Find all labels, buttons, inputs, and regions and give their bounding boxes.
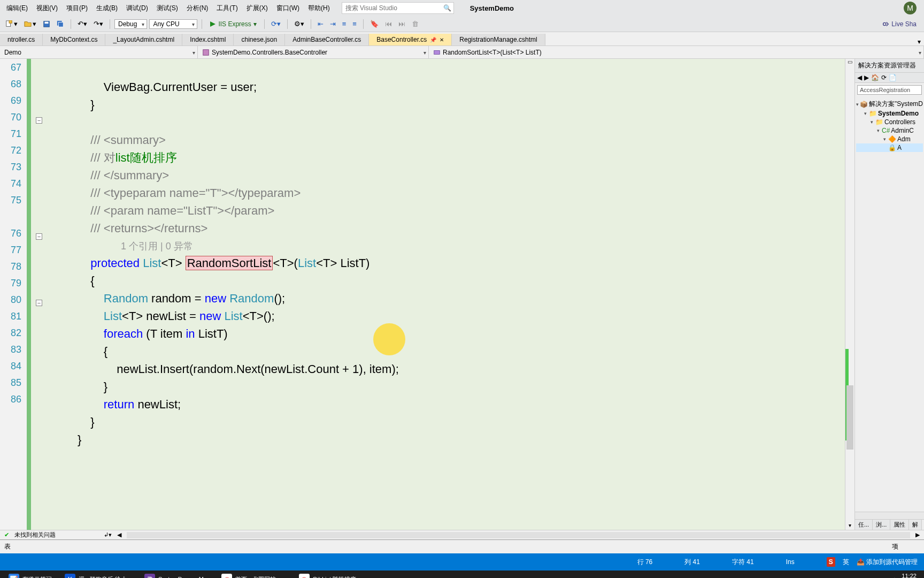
fold-toggle[interactable]: −	[36, 300, 42, 306]
close-icon[interactable]: ✕	[440, 37, 444, 43]
taskbar-item[interactable]: ◎首页 - 北盟网校 - ...	[217, 573, 290, 578]
svg-rect-6	[203, 49, 209, 55]
horizontal-scrollbar[interactable]	[127, 532, 910, 538]
menu-edit[interactable]: 编辑(E)	[2, 2, 32, 15]
tab-file[interactable]: RegistrationManage.cshtml	[452, 34, 545, 45]
open-button[interactable]: ▾	[22, 19, 38, 29]
scroll-down-button[interactable]: ▾	[845, 522, 854, 530]
menu-extensions[interactable]: 扩展(X)	[242, 2, 272, 15]
system-tray[interactable]: ▲ 11:222019/8	[891, 573, 920, 578]
nav-back-button[interactable]: ◀	[857, 74, 862, 81]
config-dropdown[interactable]: Debug	[114, 19, 147, 29]
git-status[interactable]: 📤 添加到源代码管理	[857, 558, 918, 567]
codelens-link[interactable]: 1 个引用 | 0 异常	[121, 241, 193, 252]
menu-analyze[interactable]: 分析(N)	[182, 2, 213, 15]
bottom-panel-tab[interactable]: 表 项	[0, 539, 924, 553]
h-scroll-left[interactable]: ◀	[117, 531, 121, 538]
status-ok-icon: ✔	[4, 531, 9, 538]
taskbar-item[interactable]: 📝有道云笔记	[4, 573, 56, 578]
tab-file[interactable]: Index.cshtml	[182, 34, 234, 45]
tab-file[interactable]: MyDbContext.cs	[43, 34, 105, 45]
bottom-tab[interactable]: 任...	[855, 520, 873, 530]
home-button[interactable]: 🏠	[871, 74, 879, 81]
side-tab[interactable]: 项	[892, 542, 898, 551]
bottom-tab[interactable]: 浏...	[873, 520, 890, 530]
solution-search-input[interactable]: AccessRegistration	[857, 85, 922, 95]
global-search-input[interactable]	[342, 4, 442, 12]
comment-button[interactable]: ≡	[340, 19, 349, 29]
tab-file[interactable]: chinese.json	[234, 34, 285, 45]
platform-dropdown[interactable]: Any CPU	[149, 19, 197, 29]
tab-file-active[interactable]: BaseController.cs📌✕	[369, 34, 452, 45]
menu-test[interactable]: 测试(S)	[152, 2, 182, 15]
run-button[interactable]: IIS Express ▾	[206, 19, 259, 29]
menu-window[interactable]: 窗口(W)	[272, 2, 304, 15]
tree-node-selected[interactable]: 🔒 A	[856, 143, 923, 152]
tray-expand-icon[interactable]: ▲	[891, 576, 897, 578]
menu-build[interactable]: 生成(B)	[92, 2, 122, 15]
menu-project[interactable]: 项目(P)	[62, 2, 92, 15]
tab-file[interactable]: ntroller.cs	[0, 34, 43, 45]
menu-view[interactable]: 视图(V)	[32, 2, 62, 15]
sync-button[interactable]: ⟳	[881, 74, 887, 81]
tool-button[interactable]: ⚙▾	[292, 19, 306, 29]
tree-node[interactable]: ▾📁 SystemDemo	[856, 109, 923, 118]
bookmark-button[interactable]: 🔖	[368, 19, 381, 29]
nav-member-dropdown[interactable]: RandomSortList<T>(List<T> ListT)	[429, 46, 924, 58]
code-area[interactable]: ViewBag.CurrentUser = user; } /// <summa…	[47, 59, 845, 530]
new-file-button[interactable]: ▾	[3, 19, 20, 29]
split-button[interactable]: ▭	[845, 59, 854, 66]
fold-toggle[interactable]: −	[36, 117, 42, 124]
next-bookmark-button[interactable]: ⏭	[396, 19, 407, 29]
nav-class-dropdown[interactable]: SystemDemo.Controllers.BaseController	[198, 46, 429, 58]
undo-button[interactable]: ↶▾	[75, 19, 89, 29]
tray-clock[interactable]: 11:222019/8	[902, 573, 920, 578]
uncomment-button[interactable]: ≡	[350, 19, 359, 29]
live-share-button[interactable]: Live Sha	[882, 20, 917, 28]
ime-indicator[interactable]: S	[827, 557, 835, 567]
cursor-highlight-icon	[373, 323, 405, 355]
tab-file[interactable]: AdminBaseController.cs	[285, 34, 369, 45]
menu-tools[interactable]: 工具(T)	[212, 2, 242, 15]
indent-button[interactable]: ⇥	[328, 19, 338, 29]
scroll-thumb[interactable]	[846, 385, 853, 450]
clear-bookmark-button[interactable]: 🗑	[410, 19, 421, 29]
tabs-overflow-button[interactable]: ▾	[914, 38, 924, 45]
ime-lang[interactable]: 英	[843, 558, 849, 567]
tree-node[interactable]: ▾📁 Controllers	[856, 118, 923, 126]
svg-rect-3	[45, 21, 49, 24]
global-search[interactable]: 🔍	[342, 2, 454, 14]
save-all-button[interactable]	[55, 19, 66, 29]
nav-scope-dropdown[interactable]: Demo	[0, 46, 198, 58]
menu-bar: 编辑(E) 视图(V) 项目(P) 生成(B) 调试(D) 测试(S) 分析(N…	[0, 0, 924, 16]
user-avatar[interactable]: M	[904, 2, 917, 14]
solution-tree[interactable]: ▾📦 解决方案"SystemD ▾📁 SystemDemo ▾📁 Control…	[855, 97, 924, 154]
fold-toggle[interactable]: −	[36, 233, 42, 240]
tab-file[interactable]: _LayoutAdmin.cshtml	[105, 34, 182, 45]
refresh-button[interactable]: ⟳▾	[269, 19, 283, 29]
fold-column: − − −	[31, 59, 47, 530]
taskbar-item[interactable]: ◎C# List 随机排序 - ...	[295, 573, 371, 578]
save-button[interactable]	[41, 19, 52, 29]
pin-icon[interactable]: 📌	[430, 37, 436, 43]
taskbar-item[interactable]: K浮 - 酷狗音乐 徐小...	[60, 573, 136, 578]
taskbar-item[interactable]: ⧉SystemDemo - M...	[140, 573, 213, 578]
h-scroll-right[interactable]: ▶	[915, 531, 920, 538]
outdent-button[interactable]: ⇤	[315, 19, 326, 29]
show-all-button[interactable]: 📄	[889, 74, 897, 81]
horizontal-scrollbar[interactable]	[855, 512, 924, 519]
nav-fwd-button[interactable]: ▶	[864, 74, 869, 81]
prev-bookmark-button[interactable]: ⏮	[383, 19, 394, 29]
redo-button[interactable]: ↷▾	[91, 19, 105, 29]
tree-node[interactable]: ▾C# AdminC	[856, 126, 923, 135]
tree-node[interactable]: ▾📦 解决方案"SystemD	[856, 99, 923, 109]
menu-help[interactable]: 帮助(H)	[304, 2, 334, 15]
line-endings-button[interactable]: ↲▾	[104, 531, 112, 538]
vertical-scrollbar[interactable]: ▭ ▾	[845, 59, 854, 530]
code-editor[interactable]: 676869 707172 737475 767778 798081 82838…	[0, 59, 854, 530]
bottom-tab[interactable]: 属性	[890, 520, 909, 530]
search-icon[interactable]: 🔍	[442, 4, 453, 12]
menu-debug[interactable]: 调试(D)	[122, 2, 152, 15]
bottom-tab[interactable]: 解	[909, 520, 922, 530]
tree-node[interactable]: ▾🔶 Adm	[856, 135, 923, 143]
